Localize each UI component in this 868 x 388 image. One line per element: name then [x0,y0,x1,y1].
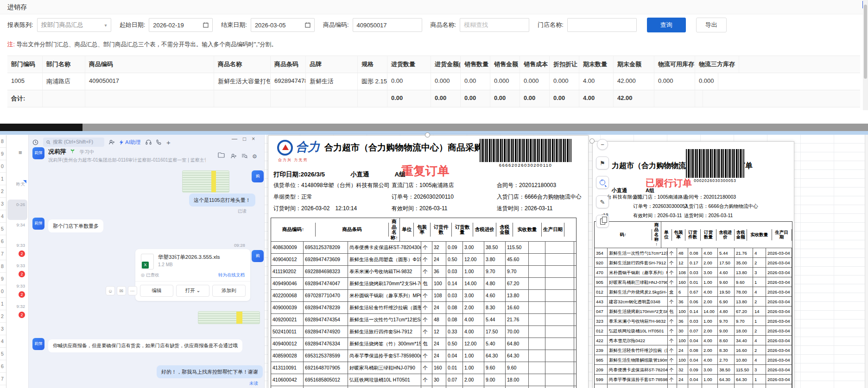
maximize-button[interactable]: □ [243,136,246,142]
search-history-icon[interactable] [241,153,247,159]
conversation-item[interactable]: 9:32 2 [7,301,27,322]
history-clock-icon[interactable] [32,139,38,145]
minimize-button[interactable]: — [232,136,237,142]
sent-spreadsheet-snippet[interactable] [198,311,260,324]
doc1-item-row: 4085900286953125378599 尚泰芋季保温拎手套ST-78598… [271,350,576,362]
conversation-item[interactable]: 9:33 2 [7,240,27,261]
end-date-label: 结束日期: [221,21,247,29]
incoming-message[interactable]: 那个门店下单数量多 [48,219,103,232]
add-member-icon[interactable] [231,153,237,159]
zoom-in-icon[interactable] [596,176,609,189]
folder-icon[interactable] [218,152,225,158]
seedling-icon [70,149,75,154]
eye-icon: ◎ [141,272,145,277]
list-toggle-icon[interactable]: ≡ [19,149,22,156]
gear-icon[interactable]: ⚙ [252,153,257,160]
conversation-item[interactable]: 9:33 2 [7,261,27,281]
phone-icon[interactable] [156,139,162,145]
table-total-cell: 0.00 [490,90,520,107]
store-name-input[interactable] [567,18,637,32]
doc2-header-cell: 实收数量 [747,229,772,240]
report-mode-select[interactable]: 按部门商品汇总 ▾ [37,18,111,32]
end-date-input[interactable]: 2026-03-05 [251,18,315,32]
contact-avatar[interactable]: 莉萍 [32,147,44,159]
table-header-cell: 商品编码 [85,56,214,73]
doc2-header-col2: 直流门店：1005南浦路店 订单号：2026030300053 有效时间：202… [633,192,688,220]
unread-badge: 2 [19,291,25,298]
my-avatar: 购 [252,170,264,182]
file-message-card[interactable]: 华塑33订单2026.3.555.xls 1.2 MB ◎ 已查收 转为在线文档… [135,249,250,301]
doc1-header-cell: 含税金额 [496,223,513,237]
excel-row-number: 3 [0,198,6,210]
contact-avatar: 莉萍 [32,218,44,230]
doc1-table-header: 商品编码↑商品条码商品名称↑单位包装率订货件数订货数量含税进价含税金额实收数量生… [271,218,576,242]
doc2-header-cell: 包装率 [672,229,685,241]
headset-icon[interactable] [146,139,152,145]
excel-row-number: 7 [0,248,6,260]
table-cell: 0.000 [431,73,461,90]
emoji-react-icon[interactable]: ☺ [106,286,115,295]
file-add-to-button[interactable]: 添加到 [212,285,246,297]
pin-flag-icon[interactable]: ⚑ [596,156,609,169]
conversation-item[interactable]: 9:34 [7,220,27,240]
doc2-barcode-number: 0002026030300053 [685,178,745,183]
chat-header: 莉萍 况莉萍 学习中 况莉萍(贵州合力超市-01集团总部-0116审计监察部-0… [32,147,263,163]
window-controls: — □ × [232,136,255,142]
file-edit-button[interactable]: 编辑 [140,285,173,297]
lightning-icon [120,140,124,145]
doc1-header-col1: 供货单位：4148098华塑（台州）科技有限公司 单据类型：正常 订货时间：20… [273,180,390,214]
conversation-item[interactable]: 9:33 2 [7,281,27,301]
calendar-icon [305,22,310,28]
table-cell: 新鲜生活大容量打包盒SH-7844（2.15L） [214,73,271,90]
table-total-cell [214,90,271,107]
outgoing-message[interactable]: 这个是1105店打堆头量！ [189,194,255,207]
export-button[interactable]: 导出 [696,18,727,32]
excel-row-number: 7 [0,373,6,385]
doc1-item-row: 4092300276928947472985 新鲜生活生物降解纸吸管190mm*… [271,386,576,388]
doc1-items-table: 商品编码↑商品条码商品名称↑单位包装率订货件数订货数量含税进价含税金额实收数量生… [271,218,577,388]
product-name-input[interactable]: 模糊查找 [460,18,529,32]
excel-row-number: 2 [0,185,6,198]
conversation-item[interactable]: 0-26 [7,200,27,220]
scrollbar-thumb[interactable] [864,5,867,79]
conversation-item[interactable]: 昨天 [7,179,27,200]
screen: 进销存 报表陈列: 按部门商品汇总 ▾ 起始日期: 2026-02-19 结束日… [0,0,868,388]
outgoing-message[interactable]: 好的！，那我马上找库控部帮忙下单！谢谢 [157,365,263,378]
conversation-time: 9:33 [17,263,25,268]
note-text: 注: 导出文件分部门汇总、商品汇总、部门商品汇总三个表，不需分开导出。输入多个商… [7,41,277,49]
excel-row-number: 4 [0,210,6,223]
doc2-item-row: 443建容32cm钢化透明盖0348 个36 0.062.00 6.9013.8… [595,297,792,307]
table-cell: 0.000 [490,73,520,90]
contact-status: 学习中 [80,149,95,155]
doc1-table-body: 4086300096953125378209 尚泰便携卡皮保温杯ST-78204… [271,242,576,388]
file-open-button[interactable]: 打开 ⌄ [176,285,209,297]
ai-assistant-button[interactable]: AI助理 [120,139,141,146]
collapse-minus-icon[interactable]: − [597,139,608,150]
image-selection-handle[interactable] [425,132,430,138]
doc2-item-row: 012弘廷铁网垃圾桶10L HT0501 个30 0.072.00 9.0018… [595,326,792,336]
start-date-input[interactable]: 2026-02-19 [149,18,213,32]
table-cell: 0.000 [520,73,550,90]
sent-spreadsheet-image[interactable] [182,170,229,193]
image-selection-handle[interactable] [589,138,595,144]
excel-file-icon [141,254,154,269]
conversation-time: 0-26 [16,202,25,207]
close-button[interactable]: × [252,136,255,142]
copy-icon[interactable] [596,215,609,228]
more-icon[interactable]: ⋯ [128,286,137,295]
query-button[interactable]: 查询 [647,18,686,32]
incoming-message[interactable]: 你喊供应商报备，但是要确保门店有货卖，如果门店有缺货，供应商报备是不会通过哦 [48,339,242,352]
conversation-time: 9:32 [17,304,25,309]
plus-icon[interactable]: + [166,138,171,146]
table-cell: 0.00 [461,73,490,90]
reply-icon[interactable]: ✉ [117,286,126,295]
convert-online-link[interactable]: 转为在线文档 [218,272,245,278]
table-header-cell: 品牌 [306,56,358,73]
doc2-header-cell: 单位 [661,229,672,241]
doc2-barcode [686,149,744,178]
edit-pen-icon[interactable]: ✎ [596,195,609,208]
search-input[interactable]: 搜索 (Ctrl+Shift+F) [43,138,104,147]
add-person-icon[interactable] [109,139,115,145]
table-total-cell: 4.00 [579,90,614,107]
product-code-input[interactable]: 409050017 [353,18,422,32]
